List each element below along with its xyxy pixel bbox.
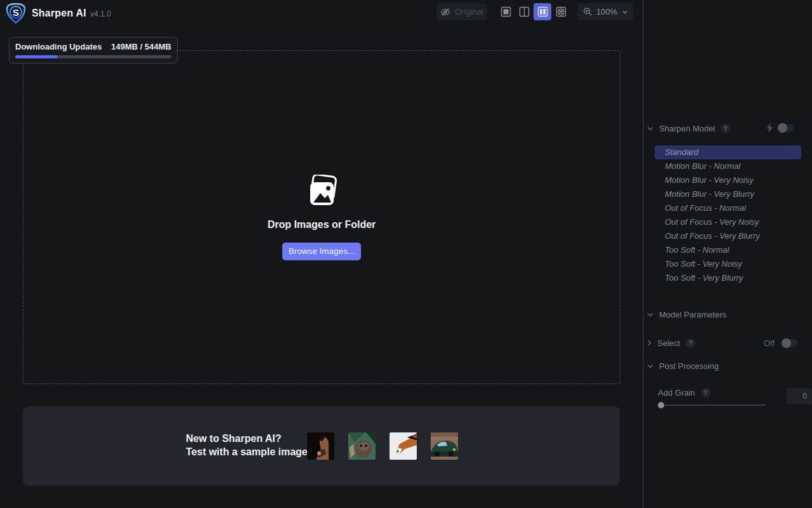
single-view-icon <box>501 6 511 17</box>
side-by-side-view-icon <box>537 6 548 17</box>
original-preview-button[interactable]: Original <box>436 3 487 20</box>
sample-thumb-portrait-woman[interactable] <box>307 432 334 460</box>
zoom-in-icon <box>583 7 593 17</box>
model-parameters-header[interactable]: Model Parameters <box>644 309 726 319</box>
sharpen-ai-logo-icon: S <box>5 3 27 24</box>
download-progress-bar <box>15 55 171 58</box>
model-option-out-of-focus-very-noisy[interactable]: Out of Focus - Very Noisy <box>655 215 801 229</box>
add-grain-value[interactable]: 0 <box>787 388 812 404</box>
add-grain-control: Add Grain ? 0 <box>658 388 812 398</box>
photo-stack-icon <box>298 175 345 210</box>
drop-zone-content: Drop Images or Folder Browse Images... <box>23 175 620 260</box>
chevron-down-icon <box>647 364 653 368</box>
sample-thumbnails <box>307 432 458 460</box>
sample-images-panel: New to Sharpen AI? Test with a sample im… <box>23 406 620 486</box>
model-option-motion-blur-normal[interactable]: Motion Blur - Normal <box>655 159 801 173</box>
browse-images-button[interactable]: Browse Images... <box>282 243 361 260</box>
add-grain-slider[interactable] <box>658 401 766 409</box>
drop-zone-title: Drop Images or Folder <box>23 219 620 231</box>
model-option-motion-blur-very-blurry[interactable]: Motion Blur - Very Blurry <box>655 187 801 201</box>
model-option-standard[interactable]: Standard <box>655 145 801 159</box>
auto-model-toggle[interactable] <box>778 124 794 132</box>
side-by-side-view-button[interactable] <box>534 3 551 20</box>
add-grain-label: Add Grain <box>658 388 695 398</box>
select-header[interactable]: Select ? <box>644 338 695 348</box>
model-option-too-soft-normal[interactable]: Too Soft - Normal <box>655 243 801 257</box>
original-label: Original <box>455 7 483 17</box>
slider-track <box>658 404 766 406</box>
app-title: Sharpen AI <box>32 8 86 18</box>
split-view-button[interactable] <box>515 3 533 20</box>
sample-thumb-fox-in-snow[interactable] <box>390 432 417 460</box>
help-icon[interactable]: ? <box>701 388 710 398</box>
settings-sidebar: Sharpen Model ? Standard Motion Blur - N… <box>644 0 812 508</box>
post-processing-label: Post Processing <box>659 361 719 371</box>
select-toggle[interactable] <box>782 339 797 347</box>
sample-thumb-owl[interactable] <box>348 432 376 460</box>
download-title: Downloading Updates <box>15 42 102 51</box>
chevron-down-icon <box>647 312 653 317</box>
sharpen-model-label: Sharpen Model <box>659 124 715 133</box>
quad-view-button[interactable] <box>552 3 570 20</box>
model-option-out-of-focus-normal[interactable]: Out of Focus - Normal <box>655 201 801 215</box>
chevron-down-icon <box>622 10 627 14</box>
model-option-too-soft-very-noisy[interactable]: Too Soft - Very Noisy <box>655 257 801 271</box>
model-option-too-soft-very-blurry[interactable]: Too Soft - Very Blurry <box>655 271 801 285</box>
download-progress-fill <box>15 55 58 58</box>
model-option-motion-blur-very-noisy[interactable]: Motion Blur - Very Noisy <box>655 173 801 187</box>
quad-view-icon <box>556 6 566 17</box>
select-label: Select <box>657 338 680 348</box>
model-parameters-label: Model Parameters <box>659 310 726 319</box>
sharpen-ai-window: S Sharpen AI v4.1.0 Original <box>0 0 812 508</box>
zoom-control[interactable]: 100% <box>577 3 633 20</box>
zoom-level: 100% <box>596 7 617 17</box>
download-progress-text: 149MB / 544MB <box>111 42 171 51</box>
eye-off-icon <box>440 7 450 17</box>
chevron-right-icon <box>647 340 652 346</box>
sample-panel-text: New to Sharpen AI? Test with a sample im… <box>186 432 308 458</box>
view-mode-group <box>497 3 570 20</box>
split-view-icon <box>519 6 530 17</box>
sample-thumb-classic-green-car[interactable] <box>431 432 458 460</box>
download-updates-card: Downloading Updates 149MB / 544MB <box>9 37 178 64</box>
chevron-down-icon <box>647 126 653 131</box>
post-processing-header[interactable]: Post Processing <box>644 361 719 371</box>
app-version: v4.1.0 <box>90 10 111 18</box>
app-brand: S Sharpen AI v4.1.0 <box>5 3 111 24</box>
select-state-label: Off <box>764 338 775 348</box>
sharpen-model-list: Standard Motion Blur - Normal Motion Blu… <box>655 145 801 285</box>
model-option-out-of-focus-very-blurry[interactable]: Out of Focus - Very Blurry <box>655 229 801 243</box>
svg-text:S: S <box>13 7 19 18</box>
help-icon[interactable]: ? <box>686 338 695 348</box>
sample-text-line2: Test with a sample image <box>186 445 308 458</box>
sample-text-line1: New to Sharpen AI? <box>186 432 308 445</box>
slider-knob[interactable] <box>658 402 664 408</box>
help-icon[interactable]: ? <box>721 124 730 133</box>
sharpen-model-header[interactable]: Sharpen Model ? <box>644 123 730 133</box>
single-view-button[interactable] <box>497 3 514 20</box>
auto-bolt-icon <box>766 123 773 133</box>
